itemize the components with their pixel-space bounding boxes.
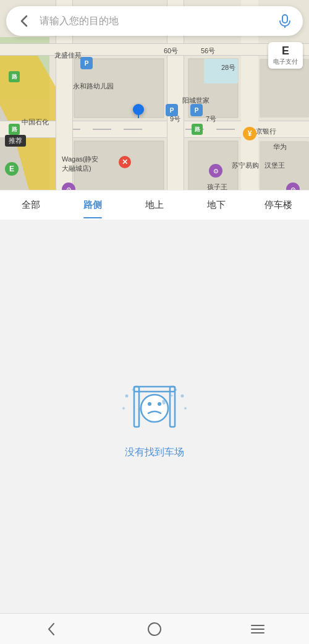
purple-marker-1: ⊙ — [209, 164, 222, 178]
svg-rect-44 — [134, 387, 139, 427]
map-section: 龙盛佳苑 永和路幼儿园 中国石化 Wagas(静安大融城店) 苏宁易购 孩子王 … — [0, 0, 309, 220]
map-label-56: 56号 — [201, 46, 215, 56]
empty-icon: + + — [114, 374, 195, 436]
map-label-suning: 苏宁易购 — [232, 161, 259, 170]
bus-stop-3: 路 — [192, 124, 203, 135]
recommend-badge: 推荐 — [5, 135, 26, 147]
svg-rect-51 — [148, 623, 161, 635]
svg-rect-46 — [134, 387, 175, 392]
svg-rect-21 — [0, 43, 309, 44]
svg-rect-11 — [216, 129, 235, 130]
svg-point-40 — [184, 407, 187, 410]
filter-tab-underground[interactable]: 地下 — [185, 192, 247, 218]
nav-back-button[interactable] — [36, 617, 67, 642]
map-label-yongheyou: 永和路幼儿园 — [73, 82, 114, 91]
search-bar: 请输入您的目的地 — [6, 6, 303, 36]
empty-state-section: + + 没有找到车场 — [0, 220, 309, 613]
svg-rect-6 — [0, 137, 309, 138]
map-label-longsheng: 龙盛佳苑 — [54, 51, 82, 60]
map-label-huawei: 华为 — [273, 142, 287, 152]
bus-stop-2: 路 — [9, 124, 20, 135]
filter-tab-all[interactable]: 全部 — [0, 192, 62, 218]
mic-button[interactable] — [276, 12, 294, 30]
parking-marker-1: P — [80, 57, 93, 69]
map-label-60: 60号 — [164, 46, 178, 56]
svg-rect-9 — [124, 129, 142, 130]
empty-message: 没有找到车场 — [125, 446, 184, 459]
search-input[interactable]: 请输入您的目的地 — [33, 15, 276, 28]
svg-rect-20 — [0, 43, 309, 56]
bottom-nav — [0, 613, 309, 644]
map-label-sinopec: 中国石化 — [22, 118, 49, 127]
svg-point-36 — [125, 394, 129, 397]
svg-rect-8 — [93, 129, 111, 130]
map-label-wagas: Wagas(静安大融城店) — [62, 155, 99, 173]
svg-point-48 — [148, 402, 151, 406]
svg-point-47 — [141, 395, 168, 422]
svg-rect-34 — [282, 15, 287, 23]
filter-tab-parking-building[interactable]: 停车楼 — [247, 192, 309, 218]
svg-rect-22 — [0, 55, 309, 56]
nav-menu-button[interactable] — [242, 617, 273, 642]
epay-badge: E 电子支付 — [268, 42, 303, 69]
parking-marker-2: P — [166, 104, 178, 116]
svg-point-39 — [181, 394, 184, 397]
map-label-burgerking: 汉堡王 — [265, 161, 285, 170]
parking-marker-3: P — [190, 104, 203, 116]
error-marker: ✕ — [119, 156, 131, 168]
back-button[interactable] — [15, 12, 33, 30]
filter-tabs: 全部 路侧 地上 地下 停车楼 — [0, 190, 309, 220]
bank-marker: ¥ — [243, 127, 256, 140]
bus-stop-1: 路 — [9, 71, 20, 82]
epay-letter: E — [273, 45, 298, 58]
svg-point-49 — [158, 402, 161, 406]
map-label-7: 7号 — [206, 114, 216, 124]
filter-tab-roadside[interactable]: 路侧 — [62, 192, 124, 218]
epay-label: 电子支付 — [273, 58, 298, 66]
nav-home-button[interactable] — [139, 617, 170, 642]
svg-point-37 — [122, 407, 125, 410]
filter-tab-above[interactable]: 地上 — [124, 192, 185, 218]
map-e-badge: E — [5, 162, 19, 176]
map-label-28: 28号 — [221, 63, 235, 72]
